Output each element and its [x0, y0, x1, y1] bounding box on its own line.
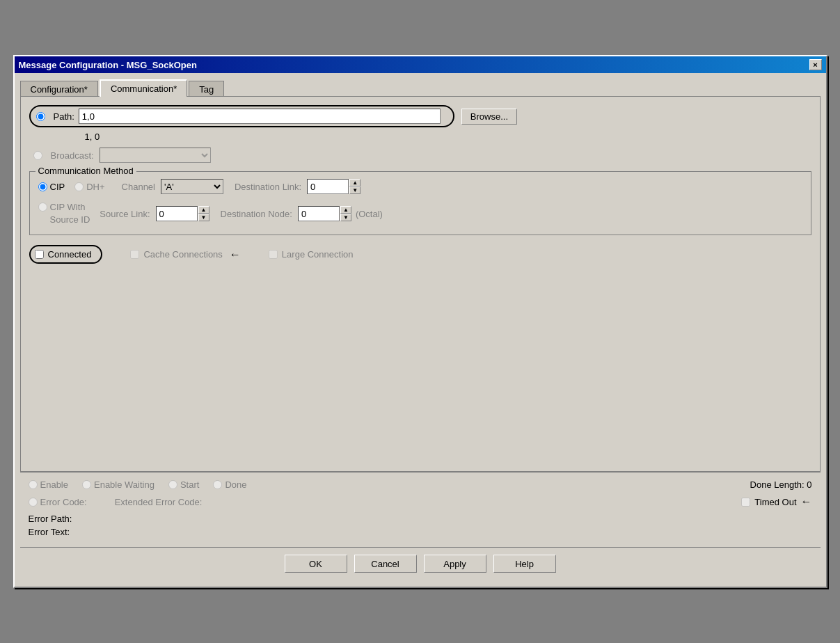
dh-radio[interactable] — [74, 182, 84, 191]
cip-radio[interactable] — [38, 182, 47, 191]
broadcast-row: Broadcast: — [33, 148, 811, 163]
enable-label[interactable]: Enable — [29, 479, 68, 490]
large-conn-group: Large Connection — [269, 249, 354, 260]
broadcast-label: Broadcast: — [51, 150, 94, 161]
cache-label: Cache Connections — [143, 249, 222, 260]
timed-out-checkbox[interactable] — [741, 498, 750, 507]
main-window: Message Configuration - MSG_SockOpen × C… — [13, 55, 827, 588]
error-text-label: Error Text: — [29, 527, 70, 537]
status-bar: Enable Enable Waiting Start Done Done Le… — [20, 472, 821, 547]
path-label: Path: — [54, 111, 74, 122]
broadcast-select[interactable] — [100, 148, 211, 163]
dest-node-label: Destination Node: — [221, 209, 292, 219]
dest-link-down[interactable]: ▼ — [349, 186, 360, 194]
cache-arrow: ← — [230, 248, 241, 261]
cache-group: Cache Connections ← — [130, 248, 261, 261]
dest-node-spinner-buttons: ▲ ▼ — [340, 206, 351, 221]
status-row2: Error Code: Extended Error Code: Timed O… — [29, 495, 812, 508]
connected-label: Connected — [48, 249, 92, 260]
path-oval: Path: 1,0 — [29, 105, 454, 127]
source-link-up[interactable]: ▲ — [198, 206, 209, 214]
dest-node-input[interactable] — [298, 206, 340, 221]
help-button[interactable]: Help — [493, 555, 556, 573]
button-bar: OK Cancel Apply Help — [20, 547, 821, 581]
status-row1: Enable Enable Waiting Start Done Done Le… — [29, 479, 812, 490]
tab-bar: Configuration* Communication* Tag — [20, 79, 821, 97]
enable-radio[interactable] — [29, 480, 38, 489]
timed-out-group: Timed Out ← — [741, 495, 811, 508]
comm-method-group: Communication Method CIP DH+ Channel 'A' — [29, 171, 811, 235]
title-bar: Message Configuration - MSG_SockOpen × — [15, 56, 826, 73]
connected-oval: Connected — [29, 245, 103, 264]
browse-button[interactable]: Browse... — [461, 109, 517, 125]
ext-error-label: Extended Error Code: — [115, 497, 203, 507]
channel-label: Channel — [122, 182, 155, 192]
cancel-button[interactable]: Cancel — [354, 555, 417, 573]
apply-button[interactable]: Apply — [424, 555, 486, 573]
cip-radio-label[interactable]: CIP — [38, 182, 65, 192]
dest-node-down[interactable]: ▼ — [340, 214, 351, 221]
enable-waiting-radio[interactable] — [82, 480, 91, 489]
dest-link-label: Destination Link: — [235, 182, 301, 192]
error-code-label[interactable]: Error Code: — [29, 497, 87, 507]
dest-link-input[interactable] — [307, 179, 349, 194]
timed-out-arrow: ← — [801, 495, 812, 508]
source-link-down[interactable]: ▼ — [198, 214, 209, 221]
dest-link-spinner: ▲ ▼ — [307, 179, 360, 194]
error-path-label: Error Path: — [29, 514, 72, 524]
close-button[interactable]: × — [809, 59, 822, 70]
status-row4: Error Text: — [29, 527, 812, 537]
large-conn-checkbox[interactable] — [269, 250, 278, 259]
cache-checkbox[interactable] — [130, 250, 139, 259]
connected-row: Connected Cache Connections ← Large Conn… — [29, 245, 811, 264]
path-input[interactable]: 1,0 — [79, 109, 441, 124]
comm-row2: CIP WithSource ID Source Link: ▲ ▼ Desti… — [38, 201, 802, 226]
channel-select[interactable]: 'A' — [161, 179, 223, 194]
window-title: Message Configuration - MSG_SockOpen — [19, 60, 197, 70]
source-link-label: Source Link: — [100, 209, 150, 219]
dest-link-up[interactable]: ▲ — [349, 179, 360, 186]
timed-out-label: Timed Out — [754, 497, 796, 507]
cip-source-radio[interactable] — [38, 203, 47, 212]
source-link-spinner-buttons: ▲ ▼ — [198, 206, 209, 221]
start-radio[interactable] — [168, 480, 177, 489]
done-radio[interactable] — [213, 480, 222, 489]
path-row: Path: 1,0 Browse... — [29, 105, 811, 127]
window-body: Configuration* Communication* Tag Path: … — [15, 73, 826, 587]
tab-content: Path: 1,0 Browse... 1, 0 Broadcast: Comm… — [20, 96, 821, 472]
path-hint: 1, 0 — [85, 132, 811, 142]
broadcast-radio[interactable] — [33, 151, 42, 160]
source-link-input[interactable] — [156, 206, 198, 221]
dest-link-spinner-buttons: ▲ ▼ — [349, 179, 360, 194]
error-code-radio[interactable] — [29, 498, 38, 507]
done-length: Done Length: 0 — [750, 479, 812, 490]
ok-button[interactable]: OK — [285, 555, 347, 573]
comm-method-title: Communication Method — [35, 166, 136, 176]
source-link-spinner: ▲ ▼ — [156, 206, 209, 221]
dest-node-up[interactable]: ▲ — [340, 206, 351, 214]
comm-row1: CIP DH+ Channel 'A' Destination Link: — [38, 179, 802, 194]
status-row3: Error Path: — [29, 514, 812, 524]
connected-checkbox[interactable] — [35, 250, 44, 259]
start-label[interactable]: Start — [168, 479, 199, 490]
enable-waiting-label[interactable]: Enable Waiting — [82, 479, 154, 490]
dest-node-spinner: ▲ ▼ — [298, 206, 351, 221]
tab-communication[interactable]: Communication* — [100, 79, 187, 97]
octal-label: (Octal) — [356, 209, 383, 219]
cip-source-radio-label[interactable]: CIP WithSource ID — [38, 201, 90, 226]
large-conn-label: Large Connection — [282, 249, 354, 260]
done-label[interactable]: Done — [213, 479, 246, 490]
path-radio[interactable] — [36, 112, 45, 121]
dh-radio-label[interactable]: DH+ — [74, 182, 104, 192]
